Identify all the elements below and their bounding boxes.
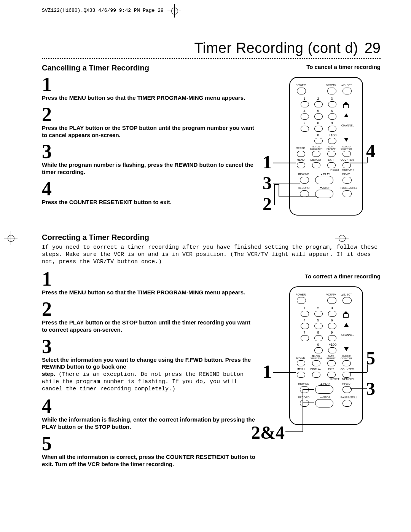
btn-9 [328,126,336,132]
btn-display2 [312,372,320,378]
btn-1 [301,101,309,107]
doc-header: SVZ122(H1680).QX33 4/6/99 9:42 PM Page 2… [42,8,381,13]
btn-power [297,88,306,94]
cancel-step-text-2: Press the PLAY button or the STOP button… [42,125,257,139]
btn-3 [328,101,336,107]
btn-clock2 [342,360,351,366]
btn-rental2 [312,360,320,366]
btn-auto [327,151,336,157]
home-icon [343,104,349,108]
page-title-row: Timer Recording (cont d) 29 [42,40,381,56]
correct-callout-5: 5 [366,349,375,367]
btn-play [315,176,333,184]
btn-clock [342,151,351,157]
ch-dn-icon2 [344,347,349,351]
cancel-step-text-3: While the program number is flashing, pr… [42,161,257,176]
lbl-menu: MENU [295,158,306,161]
ch-up-icon [344,113,349,117]
correct-step-num-3: 3 [42,337,257,356]
lbl2-1: 1 [303,306,305,310]
btn-stop2 [315,399,333,407]
btn-2 [314,101,323,107]
correct-step-num-1: 1 [42,269,257,289]
btn-auto2 [327,360,336,366]
btn-record2 [300,400,309,407]
lbl-6: 6 [331,109,333,113]
lbl-3: 3 [331,97,333,101]
btn-counter2 [342,372,351,378]
btn-eject [342,88,352,94]
btn-menu [297,162,305,168]
cancel-remote-diagram: POWER VCR/TV ▲EJECT 1 2 3 4 5 6 [266,73,381,222]
correct-callout-3: 3 [366,380,375,398]
correct-step-num-4: 4 [42,396,257,416]
cancel-step-num-3: 3 [42,142,257,161]
btn2-8 [314,335,323,341]
btn-5 [314,113,323,120]
lbl-clock: CLOCK/ COUNTER [341,145,352,150]
cancel-section-title: Cancelling a Timer Recording [42,64,257,72]
lbl-rewind: REWIND [298,173,309,176]
btn-speed [297,151,305,157]
correct-step-num-2: 2 [42,299,257,319]
home-icon2 [343,314,349,318]
correct-remote-diagram: POWER VCR/TV ▲EJECT 1 2 3 4 5 6 [266,283,381,431]
lbl-reset2: RESET [329,378,341,380]
lbl-8: 8 [317,121,319,125]
lbl-clock2: CLOCK/ COUNTER [341,355,352,359]
lbl-speed: SPEED [295,147,306,150]
btn2-6 [328,323,336,329]
cancel-callout-2: 2 [263,195,272,213]
btn-vcrtv [327,88,336,94]
btn-speed2 [297,360,305,366]
correct-step-text-4: While the information is flashing, enter… [42,416,257,431]
lbl-2: 2 [317,97,319,101]
lbl-counter: COUNTER [341,158,352,161]
lbl-rental2: RENTAL SELECTOR [310,355,322,359]
correct-step-text-5: When all the information is correct, pre… [42,454,257,468]
btn-pause2 [342,400,352,407]
lbl-rewind2: REWIND [298,382,309,385]
lbl-pause: PAUSE/STILL [341,187,352,189]
btn2-0 [314,347,323,353]
title-rule [42,58,381,59]
btn-counter [342,162,351,168]
page-title: Timer Recording (cont d) [194,40,358,56]
btn-exit [327,162,336,168]
lbl2-5: 5 [317,318,319,322]
correct-step-text-2: Press the PLAY button or the STOP button… [42,319,257,334]
lbl-menu2: MENU [295,368,306,371]
lbl-auto: AUTO REPEAT [325,145,337,150]
lbl-stop2: ▼/STOP [319,396,331,399]
lbl-memory: MEMORY [342,168,354,171]
lbl-display: DISPLAY [310,158,322,161]
lbl2-6: 6 [331,318,333,322]
lbl2-100: +100 [329,343,336,347]
lbl-exit2: EXIT [325,368,337,371]
btn-vcrtv2 [327,297,336,304]
correct-step-num-5: 5 [42,434,257,454]
correct-intro: If you need to correct a timer recording… [42,244,381,265]
btn-power2 [297,297,306,304]
lbl-vcrtv: VCR/TV [325,84,337,86]
lbl-eject: ▲EJECT [341,84,352,86]
lbl-channel2: CHANNEL [341,334,353,336]
lbl-play: ▲/PLAY [319,173,331,176]
lbl-channel: CHANNEL [341,124,353,127]
correct-callout-24: 2&4 [251,423,285,442]
lbl-1: 1 [303,97,305,101]
btn-8 [314,126,323,132]
lbl2-7: 7 [303,331,305,334]
cancel-step-num-4: 4 [42,179,257,199]
lbl2-2: 2 [317,306,319,310]
lbl-play2: ▲/PLAY [319,382,331,385]
btn2-100 [328,347,336,353]
btn-rental [312,151,320,157]
lbl-record: RECORD [298,187,309,189]
page-number: 29 [365,40,381,56]
lbl2-4: 4 [303,318,305,322]
lbl-exit: EXIT [325,158,337,161]
cancel-step-text-1: Press the MENU button so that the TIMER … [42,94,257,102]
btn2-1 [301,311,309,317]
btn-pause [342,190,352,197]
